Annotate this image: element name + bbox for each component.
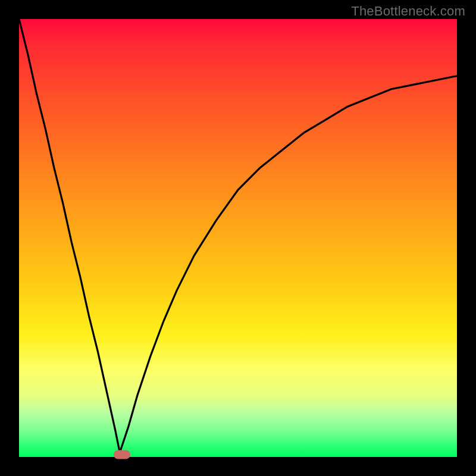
chart-frame: TheBottleneck.com <box>0 0 476 476</box>
curve-left-branch <box>19 19 120 453</box>
curve-layer <box>19 19 457 457</box>
plot-area <box>19 19 457 457</box>
minimum-marker <box>114 450 130 459</box>
curve-right-branch <box>120 76 457 453</box>
watermark-text: TheBottleneck.com <box>351 4 465 19</box>
